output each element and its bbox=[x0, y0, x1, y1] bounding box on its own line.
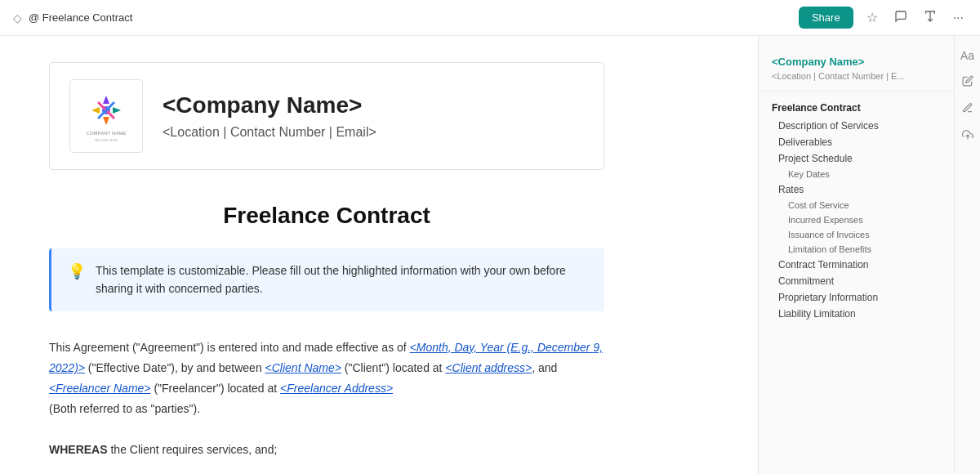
company-logo: COMPANY NAME TAGLINE HERE bbox=[69, 79, 143, 153]
company-name-heading: <Company Name> bbox=[163, 92, 376, 118]
sidebar-item-5[interactable]: Rates bbox=[759, 181, 954, 198]
body-text-1c: ("Client") located at bbox=[341, 361, 445, 374]
tab-icon: ◇ bbox=[13, 11, 22, 25]
edit-button[interactable] bbox=[962, 75, 973, 89]
body-text-1a: This Agreement ("Agreement") is entered … bbox=[49, 341, 410, 354]
chat-button[interactable] bbox=[891, 7, 911, 29]
info-box: 💡 This template is customizable. Please … bbox=[49, 248, 604, 311]
company-details: <Location | Contact Number | Email> bbox=[163, 125, 376, 140]
body-text-1f: (Both referred to as "parties"). bbox=[49, 402, 200, 415]
sidebar-item-6[interactable]: Cost of Service bbox=[759, 198, 954, 212]
sidebar-item-13[interactable]: Liability Limitation bbox=[759, 306, 954, 322]
document-title: Freelance Contract bbox=[49, 203, 604, 229]
outline-sidebar: <Company Name> <Location | Contact Numbe… bbox=[758, 36, 954, 474]
sidebar-item-4[interactable]: Key Dates bbox=[759, 167, 954, 181]
font-button[interactable]: Aa bbox=[960, 49, 974, 62]
sidebar-company-sub: <Location | Contact Number | E... bbox=[772, 71, 941, 81]
side-actions: Aa bbox=[954, 36, 980, 474]
upload-button[interactable] bbox=[962, 129, 973, 143]
bookmark-button[interactable]: ☆ bbox=[863, 7, 881, 29]
tab-label[interactable]: @ Freelance Contract bbox=[29, 11, 132, 24]
sidebar-top: <Company Name> <Location | Contact Numbe… bbox=[759, 49, 954, 92]
freelancer-name-link[interactable]: <Freelancer Name> bbox=[49, 382, 151, 395]
sidebar-item-1[interactable]: Description of Services bbox=[759, 118, 954, 134]
body-text-1d: , and bbox=[532, 361, 557, 374]
body-text-1b: ("Effective Date"), by and between bbox=[85, 361, 265, 374]
more-button[interactable]: ··· bbox=[950, 7, 967, 29]
company-info: <Company Name> <Location | Contact Numbe… bbox=[163, 92, 376, 140]
sidebar-item-11[interactable]: Commitment bbox=[759, 273, 954, 289]
svg-text:TAGLINE HERE: TAGLINE HERE bbox=[94, 138, 118, 142]
sidebar-nav: Freelance ContractDescription of Service… bbox=[759, 92, 954, 329]
whereas-1-text: the Client requires services, and; bbox=[108, 443, 278, 456]
freelancer-address-link[interactable]: <Freelancer Address> bbox=[280, 382, 393, 395]
sidebar-item-2[interactable]: Deliverables bbox=[759, 134, 954, 150]
whereas-paragraph-1: WHEREAS the Client requires services, an… bbox=[49, 440, 604, 460]
client-address-link[interactable]: <Client address> bbox=[445, 361, 532, 374]
sidebar-item-9[interactable]: Limitation of Benefits bbox=[759, 242, 954, 257]
svg-text:COMPANY NAME: COMPANY NAME bbox=[87, 131, 127, 136]
sidebar-item-0[interactable]: Freelance Contract bbox=[759, 98, 954, 118]
draw-button[interactable] bbox=[962, 102, 973, 116]
sidebar-item-12[interactable]: Proprietary Information bbox=[759, 289, 954, 306]
sidebar-item-3[interactable]: Project Schedule bbox=[759, 150, 954, 167]
svg-marker-3 bbox=[103, 117, 109, 125]
svg-marker-1 bbox=[103, 96, 109, 104]
download-button[interactable] bbox=[920, 7, 940, 29]
client-name-link[interactable]: <Client Name> bbox=[265, 361, 341, 374]
lightbulb-icon: 💡 bbox=[68, 262, 86, 280]
svg-marker-4 bbox=[91, 107, 100, 114]
sidebar-company-name[interactable]: <Company Name> bbox=[772, 56, 941, 68]
main-content: COMPANY NAME TAGLINE HERE <Company Name>… bbox=[0, 36, 758, 474]
share-button[interactable]: Share bbox=[799, 7, 853, 29]
company-header: COMPANY NAME TAGLINE HERE <Company Name>… bbox=[49, 62, 604, 170]
info-text: This template is customizable. Please fi… bbox=[96, 262, 588, 298]
sidebar-item-10[interactable]: Contract Termination bbox=[759, 257, 954, 273]
body-text-1e: ("Freelancer") located at bbox=[151, 382, 281, 395]
sidebar-item-7[interactable]: Incurred Expenses bbox=[759, 212, 954, 227]
sidebar-item-8[interactable]: Issuance of Invoices bbox=[759, 227, 954, 242]
whereas-1-bold: WHEREAS bbox=[49, 443, 108, 456]
body-paragraph-1: This Agreement ("Agreement") is entered … bbox=[49, 338, 604, 420]
svg-marker-2 bbox=[113, 107, 121, 114]
